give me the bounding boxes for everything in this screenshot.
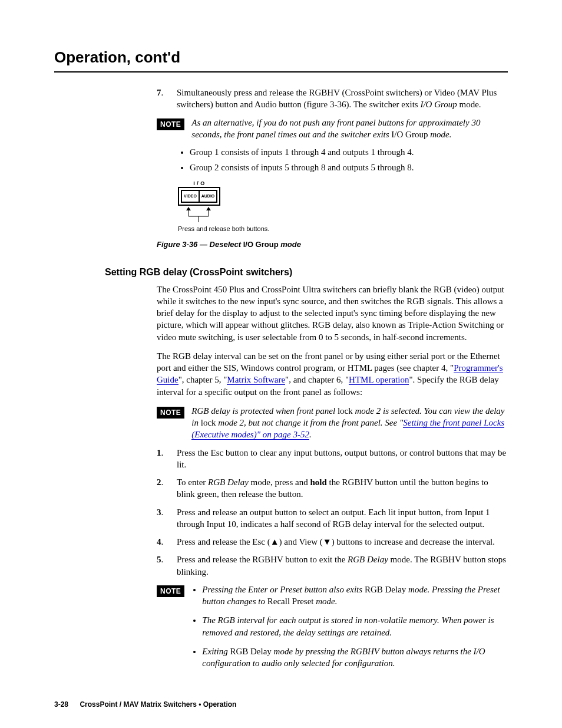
mode-name: RGB Delay [230,647,271,656]
step-body: Press and release the Esc (▲) and View (… [177,536,508,548]
up-triangle-icon: ▲ [270,537,279,546]
mode-name: RGB Delay [208,477,249,487]
note-body: Pressing the Enter or Preset button also… [191,584,508,677]
mode-name: I/O Group [391,130,428,139]
text: mode, press and [249,477,310,487]
group-list: Group 1 consists of inputs 1 through 4 a… [157,146,508,174]
text: Figure 3-36 — Deselect [157,240,243,249]
title-rule [54,71,508,73]
paragraph: The RGB delay interval can be set on the… [157,350,508,398]
svg-marker-1 [186,207,191,210]
mode-name: lock [338,406,353,416]
note-badge: NOTE [157,585,184,597]
step-number: 2 [157,477,161,487]
step-3: 3. Press and release an output button to… [157,506,508,531]
mode-name: I/O Group [420,100,457,109]
step-body: Press and release an output button to se… [177,506,508,531]
list-item: Group 1 consists of inputs 1 through 4 a… [190,146,508,158]
mode-name: RGB Delay [348,555,388,564]
note-body: As an alternative, if you do not push an… [191,117,508,141]
step-2: 2. To enter RGB Delay mode, press and ho… [157,476,508,500]
text: . [309,430,312,439]
note-rgb-lock: NOTE RGB delay is protected when front p… [157,405,508,441]
text: RGB delay is protected when front panel [191,406,338,416]
note-badge: NOTE [157,407,184,419]
text: The RGB delay interval can be set on the… [157,351,500,373]
step-number: 4 [157,537,161,546]
list-item: The RGB interval for each output is stor… [202,614,508,638]
text: ) and View ( [279,537,323,546]
note-badge: NOTE [157,118,184,130]
io-frame: VIDEO AUDIO [178,187,220,206]
chapter-title: Operation, cont'd [54,47,508,68]
text: mode. [457,100,481,109]
list-item: Pressing the Enter or Preset button also… [202,584,508,608]
text: ", and chapter 6, " [285,375,349,384]
video-button: VIDEO [181,190,200,203]
text: ", chapter 5, " [178,375,227,384]
step-number: 1 [157,448,161,457]
figure-3-36: I / O VIDEO AUDIO Press and release both… [178,180,508,233]
down-triangle-icon: ▼ [323,537,332,546]
footer-text: CrossPoint / MAV Matrix Switchers • Oper… [80,700,236,709]
page-footer: 3-28 CrossPoint / MAV Matrix Switchers •… [54,700,508,709]
step-number: 7 [157,88,161,97]
figure-caption: Figure 3-36 — Deselect I/O Group mode [157,239,508,250]
text: ) buttons to increase and decrease the i… [332,537,495,546]
step-body: Simultaneously press and release the RGB… [177,87,508,111]
section-heading: Setting RGB delay (CrossPoint switchers) [105,266,508,279]
text: mode 2, but not change it from the front… [216,418,404,427]
mode-name: Recall Preset [267,597,314,606]
note-final: NOTE Pressing the Enter or Preset button… [157,584,508,677]
note-alternative: NOTE As an alternative, if you do not pu… [157,117,508,141]
mode-name: I/O Group [243,240,279,249]
text: To enter [177,477,208,487]
arrows-icon [178,206,220,223]
paragraph: The CrossPoint 450 Plus and CrossPoint U… [157,284,508,343]
step-7: 7. Simultaneously press and release the … [157,87,508,111]
html-operation-link[interactable]: HTML operation [349,375,409,385]
svg-marker-3 [206,207,211,210]
audio-button: AUDIO [199,190,217,203]
step-4: 4. Press and release the Esc (▲) and Vie… [157,536,508,548]
text: mode [279,240,301,249]
mode-name: RGB Delay [365,585,406,594]
text: Exiting [202,647,230,656]
matrix-software-link[interactable]: Matrix Software [227,375,285,385]
list-item: Exiting RGB Delay mode by pressing the R… [202,645,508,670]
step-body: Press and release the RGBHV button to ex… [177,554,508,578]
step-body: To enter RGB Delay mode, press and hold … [177,476,508,500]
step-1: 1. Press the Esc button to clear any inp… [157,447,508,471]
text: mode. [313,597,337,606]
text: Press and release the Esc ( [177,537,270,546]
mode-name: lock [201,418,216,427]
step-number: 3 [157,508,161,517]
text: Pressing the Enter or Preset button also… [202,585,365,594]
text: Press and release the RGBHV button to ex… [177,555,348,564]
note-body: RGB delay is protected when front panel … [191,405,508,441]
step-5: 5. Press and release the RGBHV button to… [157,554,508,578]
io-header-label: I / O [178,180,220,187]
bold-text: hold [310,477,326,487]
text: mode. [428,130,451,139]
page-number: 3-28 [54,700,68,709]
list-item: Group 2 consists of inputs 5 through 8 a… [190,162,508,173]
figure-subcaption: Press and release both buttons. [178,225,508,233]
step-number: 5 [157,555,161,564]
step-body: Press the Esc button to clear any input … [177,447,508,471]
